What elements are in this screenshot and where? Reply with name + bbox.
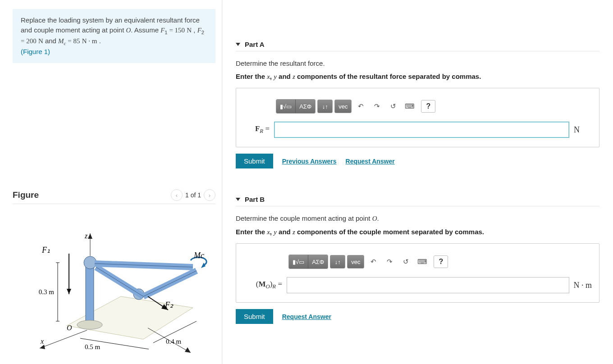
figure-nav: ‹ 1 of 1 › — [171, 189, 215, 201]
part-a: Part A Determine the resultant force. En… — [236, 41, 599, 168]
part-a-answer-input[interactable] — [274, 122, 569, 138]
svg-line-1 — [40, 330, 87, 348]
part-b-toolbar: ▮√▭ ΑΣΦ ↓↑ vec ↶ ↷ ↺ ⌨ ? — [288, 255, 592, 269]
svg-rect-7 — [86, 260, 94, 323]
moment-Mc-label: Mc — [193, 251, 204, 260]
part-a-title: Part A — [245, 41, 265, 48]
figure-diagram: z x y F₁ F₂ Mc O 0.3 m 0.5 m 0.4 m — [13, 218, 215, 353]
force-F1-label: F₁ — [41, 246, 50, 255]
keyboard-button[interactable]: ⌨ — [402, 100, 417, 113]
subscript-button[interactable]: ↓↑ — [330, 255, 345, 268]
figure-nav-text: 1 of 1 — [185, 191, 201, 199]
part-b-header[interactable]: Part B — [236, 196, 599, 206]
point-O: O — [126, 27, 131, 34]
greek-button[interactable]: ΑΣΦ — [296, 100, 315, 113]
force-F2-label: F₂ — [165, 300, 174, 309]
part-b-answer-box: ▮√▭ ΑΣΦ ↓↑ vec ↶ ↷ ↺ ⌨ ? (MO)R = — [236, 243, 599, 303]
part-a-request-answer-link[interactable]: Request Answer — [346, 158, 395, 165]
svg-marker-22 — [201, 263, 206, 268]
redo-button[interactable]: ↷ — [370, 100, 384, 113]
reset-button[interactable]: ↺ — [398, 255, 413, 268]
part-a-header[interactable]: Part A — [236, 41, 599, 51]
dim-05m: 0.5 m — [85, 343, 101, 350]
svg-marker-19 — [67, 289, 71, 294]
help-button[interactable]: ? — [434, 255, 448, 268]
axis-x-label: x — [40, 337, 44, 345]
axis-y-label: y — [187, 352, 191, 353]
undo-button[interactable]: ↶ — [353, 100, 368, 113]
help-button[interactable]: ? — [421, 100, 435, 113]
part-b-request-answer-link[interactable]: Request Answer — [282, 313, 331, 320]
part-b-title: Part B — [245, 196, 265, 203]
dim-03m: 0.3 m — [39, 288, 55, 296]
vec-button[interactable]: vec — [334, 100, 352, 113]
svg-point-9 — [84, 256, 96, 269]
figure-link[interactable]: (Figure 1) — [21, 48, 50, 55]
greek-button[interactable]: ΑΣΦ — [308, 255, 328, 268]
reset-button[interactable]: ↺ — [386, 100, 400, 113]
part-a-desc: Determine the resultant force. — [236, 59, 599, 67]
part-a-previous-answers-link[interactable]: Previous Answers — [282, 158, 337, 165]
svg-line-16 — [143, 271, 197, 296]
part-b: Part B Determine the couple moment actin… — [236, 196, 599, 324]
subscript-button[interactable]: ↓↑ — [317, 100, 333, 113]
figure-next-button[interactable]: › — [204, 189, 215, 201]
svg-line-15 — [96, 267, 143, 296]
part-b-submit-button[interactable]: Submit — [236, 309, 273, 324]
figure-prev-button[interactable]: ‹ — [171, 189, 183, 201]
svg-point-8 — [77, 320, 102, 329]
vec-button[interactable]: vec — [347, 255, 364, 268]
svg-marker-6 — [88, 233, 92, 239]
origin-O-label: O — [67, 324, 72, 332]
problem-statement: Replace the loading system by an equival… — [13, 9, 215, 63]
part-b-desc: Determine the couple moment acting at po… — [236, 214, 599, 223]
part-a-hint: Enter the x, y and z components of the r… — [236, 73, 599, 81]
axis-z-label: z — [84, 232, 88, 240]
figure-heading: Figure — [13, 190, 39, 200]
dim-04m: 0.4 m — [166, 338, 182, 345]
collapse-icon — [236, 198, 240, 201]
part-a-toolbar: ▮√▭ ΑΣΦ ↓↑ vec ↶ ↷ ↺ ⌨ ? — [276, 99, 592, 114]
templates-button[interactable]: ▮√▭ — [276, 100, 296, 113]
collapse-icon — [236, 43, 240, 46]
part-b-hint: Enter the x, y and z components of the c… — [236, 228, 599, 236]
redo-button[interactable]: ↷ — [382, 255, 397, 268]
part-a-submit-button[interactable]: Submit — [236, 154, 273, 168]
keyboard-button[interactable]: ⌨ — [415, 255, 430, 268]
part-b-lhs: (MO)R = — [243, 280, 282, 290]
part-b-unit: N · m — [574, 281, 592, 290]
part-a-unit: N — [574, 125, 592, 135]
part-a-lhs: FR = — [243, 124, 270, 135]
svg-marker-2 — [40, 345, 45, 349]
templates-button[interactable]: ▮√▭ — [289, 255, 308, 268]
undo-button[interactable]: ↶ — [366, 255, 380, 268]
part-b-answer-input[interactable] — [287, 277, 569, 293]
part-a-answer-box: ▮√▭ ΑΣΦ ↓↑ vec ↶ ↷ ↺ ⌨ ? FR = — [236, 88, 599, 147]
